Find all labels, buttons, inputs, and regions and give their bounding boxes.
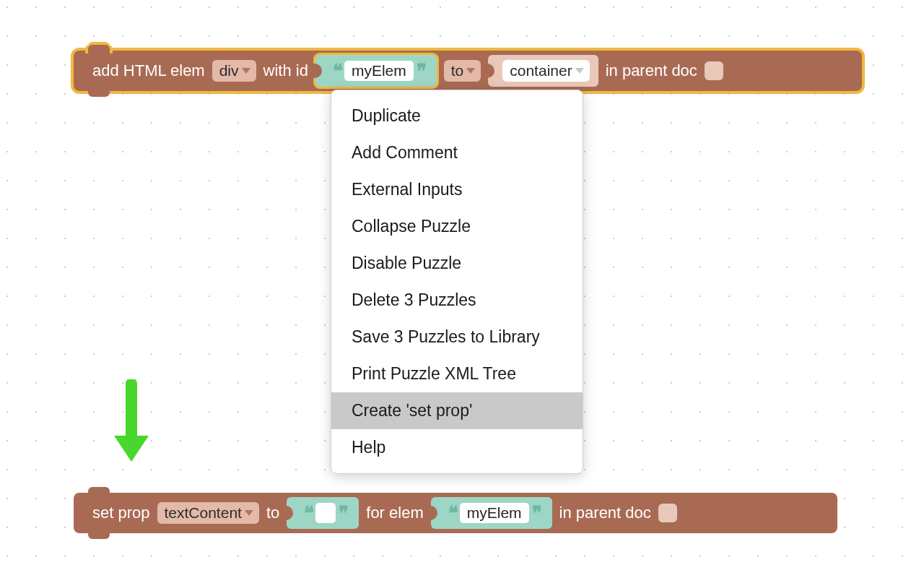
label-add: add HTML elem (92, 61, 205, 80)
dropdown-to-value: to (451, 62, 464, 79)
chevron-down-icon (575, 68, 584, 74)
quote-close-icon: ❞ (529, 502, 544, 525)
menu-item-duplicate[interactable]: Duplicate (331, 98, 583, 134)
puzzle-add-html-elem[interactable]: add HTML elem div with id ❝ myElem ❞ to … (74, 51, 862, 91)
menu-item-print-xml-tree[interactable]: Print Puzzle XML Tree (331, 355, 583, 392)
dropdown-prop-value: textContent (165, 504, 242, 522)
menu-item-disable-puzzle[interactable]: Disable Puzzle (331, 245, 583, 282)
field-elem-value[interactable]: myElem (460, 503, 529, 523)
value-slot-prop-value[interactable]: ❝ ❞ (287, 497, 359, 529)
menu-item-delete-puzzles[interactable]: Delete 3 Puzzles (331, 282, 583, 319)
label-to: to (266, 504, 279, 522)
value-slot-id[interactable]: ❝ myElem ❞ (315, 55, 437, 87)
field-id-value[interactable]: myElem (344, 61, 414, 81)
field-prop-value[interactable] (315, 503, 336, 523)
menu-item-create-set-prop[interactable]: Create 'set prop' (331, 392, 583, 429)
menu-item-save-to-library[interactable]: Save 3 Puzzles to Library (331, 319, 583, 355)
checkbox-in-parent-doc[interactable] (705, 61, 723, 80)
menu-item-add-comment[interactable]: Add Comment (331, 134, 583, 171)
chevron-down-icon (242, 68, 250, 74)
context-menu[interactable]: Duplicate Add Comment External Inputs Co… (331, 90, 583, 474)
quote-open-icon: ❝ (301, 502, 315, 525)
dropdown-target-value: container (510, 62, 572, 79)
menu-item-external-inputs[interactable]: External Inputs (331, 171, 583, 208)
arrow-down-icon (108, 379, 154, 466)
dropdown-target[interactable]: container (502, 60, 589, 82)
quote-open-icon: ❝ (445, 502, 460, 525)
menu-item-collapse-puzzle[interactable]: Collapse Puzzle (331, 208, 583, 245)
label-in-parent-doc: in parent doc (606, 61, 697, 80)
quote-open-icon: ❝ (330, 60, 344, 82)
dropdown-elem-type-value: div (219, 62, 239, 79)
label-with-id: with id (263, 61, 308, 80)
value-slot-target[interactable]: container (488, 55, 598, 87)
chevron-down-icon (466, 68, 475, 74)
svg-marker-1 (114, 436, 149, 462)
quote-close-icon: ❞ (336, 502, 350, 525)
dropdown-prop[interactable]: textContent (157, 502, 259, 524)
dropdown-to[interactable]: to (444, 60, 481, 82)
label-set-prop: set prop (92, 504, 150, 522)
puzzle-set-prop[interactable]: set prop textContent to ❝ ❞ for elem ❝ m… (74, 493, 837, 533)
chevron-down-icon (245, 510, 253, 516)
menu-item-help[interactable]: Help (331, 429, 583, 466)
value-slot-elem[interactable]: ❝ myElem ❞ (431, 497, 552, 529)
dropdown-elem-type[interactable]: div (212, 60, 256, 82)
workspace-canvas[interactable]: add HTML elem div with id ❝ myElem ❞ to … (0, 0, 924, 578)
checkbox-in-parent-doc[interactable] (658, 504, 677, 522)
label-in-parent-doc: in parent doc (559, 504, 651, 522)
label-for-elem: for elem (366, 504, 423, 522)
quote-close-icon: ❞ (414, 60, 428, 82)
